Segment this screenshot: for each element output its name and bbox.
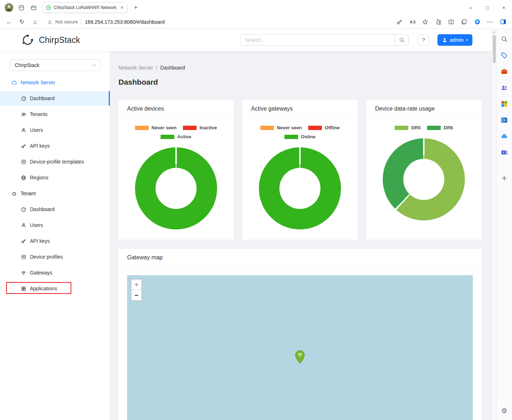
legend-item-offline[interactable]: Offline xyxy=(308,125,340,130)
breadcrumb-parent[interactable]: Network Server xyxy=(118,65,153,71)
edge-add-icon[interactable] xyxy=(499,173,509,183)
nav-right-icons: A ⋯ xyxy=(393,17,509,27)
sidebar-toggle-icon[interactable] xyxy=(497,17,509,27)
search-input[interactable] xyxy=(240,34,395,46)
chevron-down-icon: ▾ xyxy=(466,38,468,42)
main-content: Network Server / Dashboard Dashboard Act… xyxy=(110,51,492,420)
legend-item-online[interactable]: Online xyxy=(284,134,315,139)
legend-label: Inactive xyxy=(199,125,217,130)
org-select-value: ChirpStack xyxy=(15,62,39,68)
legend-label: Offline xyxy=(325,125,340,130)
card-title: Active devices xyxy=(118,100,233,118)
back-icon[interactable]: ← xyxy=(3,17,15,27)
tab-actions-icon[interactable] xyxy=(27,1,40,14)
sidebar-section-tenant[interactable]: Tenant xyxy=(0,186,110,201)
help-button[interactable]: ? xyxy=(418,34,429,46)
scrollbar-up-icon[interactable]: ▴ xyxy=(493,29,495,33)
tab-close-icon[interactable]: × xyxy=(120,5,124,10)
security-label[interactable]: Not secure xyxy=(55,19,78,24)
brand-text: ChirpStack xyxy=(39,35,80,45)
legend-item-never-seen[interactable]: Never seen xyxy=(260,125,302,130)
more-menu-icon[interactable]: ⋯ xyxy=(484,17,496,27)
chevron-down-icon xyxy=(92,64,96,67)
edge-search-icon[interactable] xyxy=(499,34,509,44)
cloud-icon xyxy=(12,80,17,85)
window-maximize-button[interactable]: □ xyxy=(479,0,495,15)
legend-item-active[interactable]: Active xyxy=(161,134,191,139)
edge-teams-icon[interactable]: T xyxy=(499,147,509,157)
scrollbar-thumb[interactable] xyxy=(493,35,496,63)
browser-profile-avatar[interactable] xyxy=(3,1,15,14)
edge-m365-icon[interactable] xyxy=(499,99,509,109)
sidebar-section-network-server[interactable]: Network Server xyxy=(0,75,110,90)
workspaces-icon[interactable] xyxy=(15,1,27,14)
donut-chart xyxy=(383,138,465,220)
sidebar-item-applications[interactable]: Applications xyxy=(0,281,110,296)
dashboard-icon xyxy=(21,96,26,101)
split-screen-icon[interactable] xyxy=(445,17,457,27)
card-active-devices: Active devices Never seenInactiveActive xyxy=(118,100,233,240)
browser-tab[interactable]: ChirpStack LoRaWAN® Network × xyxy=(42,2,127,13)
menu-item-label: Users xyxy=(30,222,43,228)
regions-icon xyxy=(21,175,26,180)
legend-item-inactive[interactable]: Inactive xyxy=(183,125,217,130)
org-select[interactable]: ChirpStack xyxy=(10,59,101,71)
card-active-gateways: Active gateways Never seenOfflineOnline xyxy=(242,100,357,240)
sidebar-item-gateways[interactable]: Gateways xyxy=(0,265,110,280)
sidebar-item-dashboard[interactable]: Dashboard xyxy=(0,91,110,106)
legend-label: Active xyxy=(177,134,191,139)
copilot-icon[interactable] xyxy=(471,17,483,27)
gateway-map[interactable]: + − xyxy=(127,275,473,420)
menu-item-label: Users xyxy=(30,127,43,133)
edge-drop-icon[interactable] xyxy=(499,131,509,141)
breadcrumb-current: Dashboard xyxy=(160,65,185,71)
sidebar-item-dashboard[interactable]: Dashboard xyxy=(0,202,110,216)
browser-scrollbar[interactable]: ▴ xyxy=(492,29,496,420)
window-close-button[interactable]: × xyxy=(495,0,512,15)
user-menu-button[interactable]: admin ▾ xyxy=(437,34,472,46)
edge-office-icon[interactable] xyxy=(499,66,509,76)
chirpstack-logo[interactable]: ChirpStack xyxy=(20,33,80,46)
sidebar-item-device-profile-templates[interactable]: Device-profile templates xyxy=(0,155,110,169)
section-label: Network Server xyxy=(21,80,55,85)
address-bar[interactable]: ⚠ Not secure 169.254.173.253:8080/#/dash… xyxy=(44,17,390,27)
legend-swatch xyxy=(183,126,197,130)
refresh-icon[interactable]: ↻ xyxy=(16,17,28,27)
legend-item-dr6[interactable]: DR6 xyxy=(427,125,453,130)
window-minimize-button[interactable]: ─ xyxy=(462,0,479,15)
menu-item-label: Dashboard xyxy=(30,206,55,212)
sidebar-item-tenants[interactable]: Tenants xyxy=(0,107,110,121)
sidebar-item-users[interactable]: Users xyxy=(0,218,110,232)
extensions-icon[interactable] xyxy=(432,17,444,27)
legend-item-never-seen[interactable]: Never seen xyxy=(135,125,176,130)
edge-shopping-icon[interactable] xyxy=(499,50,509,60)
collections-icon[interactable] xyxy=(458,17,470,27)
password-key-icon[interactable] xyxy=(393,17,405,27)
apps-icon xyxy=(21,286,26,291)
zoom-out-button[interactable]: − xyxy=(131,290,142,300)
menu-item-label: Tenants xyxy=(30,111,48,117)
chart-legend: DR5DR6 xyxy=(375,125,473,134)
edge-settings-icon[interactable]: ⚙ xyxy=(499,406,509,416)
address-divider xyxy=(81,19,81,25)
sidebar-item-users[interactable]: Users xyxy=(0,123,110,137)
search-icon[interactable] xyxy=(395,34,409,46)
zoom-in-button[interactable]: + xyxy=(131,280,142,290)
sidebar-item-regions[interactable]: Regions xyxy=(0,170,110,185)
gateway-marker[interactable] xyxy=(295,350,305,364)
read-aloud-icon[interactable]: A xyxy=(406,17,418,27)
edge-people-icon[interactable] xyxy=(499,82,509,93)
sidebar-item-api-keys[interactable]: API keys xyxy=(0,234,110,248)
menu-item-label: API keys xyxy=(30,143,50,149)
card-device-data-rate: Device data-rate usage DR5DR6 xyxy=(367,100,481,240)
home-icon-browser[interactable]: ⌂ xyxy=(29,17,41,27)
edge-outlook-icon[interactable] xyxy=(499,115,509,125)
url-text[interactable]: 169.254.173.253:8080/#/dashboard xyxy=(85,19,165,25)
legend-item-dr5[interactable]: DR5 xyxy=(395,125,421,130)
favorites-star-icon[interactable] xyxy=(419,17,431,27)
sidebar-item-device-profiles[interactable]: Device profiles xyxy=(0,250,110,264)
template-icon xyxy=(21,159,26,165)
new-tab-button[interactable]: + xyxy=(130,2,141,13)
sidebar-item-api-keys[interactable]: API keys xyxy=(0,139,110,153)
breadcrumb: Network Server / Dashboard xyxy=(118,65,481,71)
